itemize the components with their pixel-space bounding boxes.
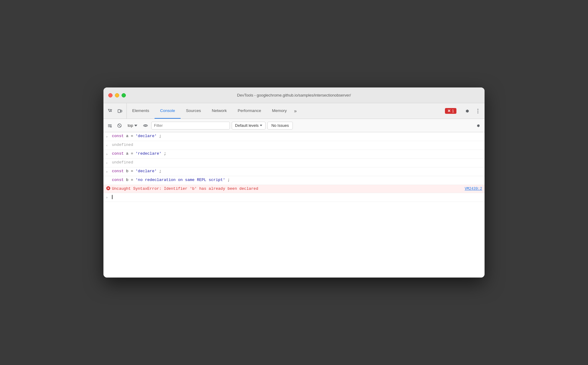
more-options-button[interactable]: [474, 107, 482, 115]
svg-point-12: [145, 125, 146, 126]
line-content: undefined: [112, 142, 482, 148]
console-settings-button[interactable]: [474, 122, 482, 130]
cursor: [112, 195, 113, 199]
error-source[interactable]: VM2439:2: [460, 186, 482, 192]
window-title: DevTools - googlechrome.github.io/sample…: [237, 93, 351, 97]
settings-button[interactable]: [463, 107, 471, 115]
line-content: undefined: [112, 160, 482, 165]
more-tabs-button[interactable]: »: [292, 103, 299, 119]
devtools-toolbar: Elements Console Sources Network Perform…: [103, 103, 485, 119]
tab-sources[interactable]: Sources: [181, 103, 207, 119]
line-content: const b = 'declare' ;: [112, 169, 482, 174]
svg-line-11: [119, 124, 121, 127]
toolbar-right: ✕ 1: [443, 103, 485, 119]
svg-point-4: [478, 112, 479, 113]
console-line: › const b = 'no redeclaration on same RE…: [103, 176, 485, 185]
line-content: const a = 'redeclare' ;: [112, 151, 482, 156]
error-count-text: 1: [452, 109, 454, 113]
output-chevron: ‹: [106, 160, 111, 166]
error-icon: [106, 186, 111, 190]
title-bar: DevTools - googlechrome.github.io/sample…: [103, 87, 485, 103]
no-issues-button[interactable]: No Issues: [267, 122, 293, 130]
prompt-content: [112, 194, 482, 200]
main-tabs: Elements Console Sources Network Perform…: [127, 103, 443, 119]
continuation-space: ›: [106, 177, 111, 183]
no-issues-label: No Issues: [271, 123, 289, 128]
svg-rect-1: [121, 110, 122, 112]
prompt-chevron: ›: [106, 194, 111, 200]
eye-button[interactable]: [142, 122, 149, 130]
maximize-button[interactable]: [122, 93, 126, 97]
console-output: › const a = 'declare' ; ‹ undefined › co…: [103, 132, 485, 278]
svg-rect-6: [108, 125, 112, 126]
line-content: const a = 'declare' ;: [112, 133, 482, 139]
context-selector[interactable]: top: [125, 123, 140, 128]
console-line: ‹ undefined: [103, 159, 485, 167]
line-content: const b = 'no redeclaration on same REPL…: [112, 177, 482, 183]
levels-label: Default levels: [235, 123, 259, 128]
tab-elements[interactable]: Elements: [127, 103, 155, 119]
close-button[interactable]: [108, 93, 113, 97]
input-chevron[interactable]: ›: [106, 151, 111, 157]
input-chevron[interactable]: ›: [106, 133, 111, 140]
output-chevron: ‹: [106, 142, 111, 148]
console-line: › const b = 'declare' ;: [103, 167, 485, 176]
device-toolbar-button[interactable]: [116, 107, 124, 115]
console-line: › const a = 'declare' ;: [103, 132, 485, 141]
console-line: ‹ undefined: [103, 141, 485, 150]
tab-performance[interactable]: Performance: [232, 103, 266, 119]
svg-rect-0: [118, 110, 120, 113]
log-levels-button[interactable]: Default levels: [232, 122, 266, 130]
tab-memory[interactable]: Memory: [266, 103, 292, 119]
svg-rect-7: [108, 127, 110, 127]
tab-console[interactable]: Console: [155, 103, 181, 119]
clear-console-button[interactable]: [106, 122, 114, 130]
console-line: › const a = 'redeclare' ;: [103, 150, 485, 159]
svg-rect-5: [108, 124, 112, 125]
context-label: top: [128, 123, 133, 128]
input-chevron[interactable]: ›: [106, 169, 111, 175]
tab-network[interactable]: Network: [206, 103, 232, 119]
minimize-button[interactable]: [115, 93, 119, 97]
error-count-badge[interactable]: ✕ 1: [445, 108, 456, 114]
error-message: Uncaught SyntaxError: Identifier 'b' has…: [112, 186, 460, 192]
console-toolbar: top Default levels No Issues: [103, 119, 485, 132]
devtools-window: DevTools - googlechrome.github.io/sample…: [103, 87, 485, 278]
toolbar-icons: [103, 103, 127, 119]
inspect-element-button[interactable]: [106, 107, 114, 115]
svg-point-3: [478, 110, 479, 111]
svg-point-2: [478, 109, 479, 110]
console-prompt-line[interactable]: ›: [103, 193, 485, 202]
error-x-icon: ✕: [447, 109, 451, 113]
console-error-line: Uncaught SyntaxError: Identifier 'b' has…: [103, 185, 485, 193]
filter-input[interactable]: [151, 122, 230, 130]
traffic-lights: [108, 93, 126, 97]
stop-button[interactable]: [116, 122, 123, 130]
